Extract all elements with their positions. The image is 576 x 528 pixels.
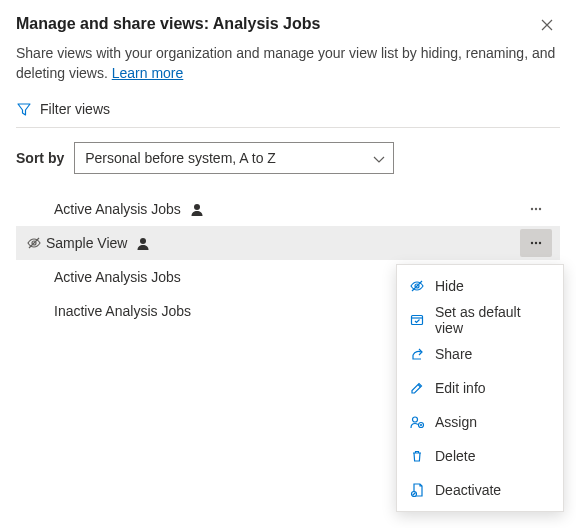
menu-item-share[interactable]: Share <box>397 337 563 371</box>
row-more-button[interactable] <box>520 195 552 223</box>
person-icon <box>135 236 149 250</box>
dialog-description: Share views with your organization and m… <box>16 44 560 83</box>
menu-item-label: Hide <box>435 278 464 294</box>
menu-item-delete[interactable]: Delete <box>397 439 563 473</box>
menu-item-label: Delete <box>435 448 475 464</box>
eye-off-icon <box>409 278 425 294</box>
menu-item-hide[interactable]: Hide <box>397 269 563 303</box>
menu-item-label: Assign <box>435 414 477 430</box>
dialog-title: Manage and share views: Analysis Jobs <box>16 15 320 33</box>
more-icon <box>528 235 544 251</box>
filter-views-button[interactable]: Filter views <box>16 101 560 128</box>
menu-item-label: Share <box>435 346 472 362</box>
menu-item-edit-info[interactable]: Edit info <box>397 371 563 405</box>
menu-item-assign[interactable]: Assign <box>397 405 563 439</box>
menu-item-label: Deactivate <box>435 482 501 498</box>
delete-icon <box>409 448 425 464</box>
person-icon <box>189 202 203 216</box>
view-name: Sample View <box>46 235 127 251</box>
eye-off-icon <box>22 235 46 251</box>
view-row[interactable]: Sample View <box>16 226 560 260</box>
filter-label: Filter views <box>40 101 110 117</box>
menu-item-label: Set as default view <box>435 304 551 336</box>
sort-select[interactable]: Personal before system, A to Z <box>74 142 394 174</box>
menu-item-deactivate[interactable]: Deactivate <box>397 473 563 507</box>
view-name: Inactive Analysis Jobs <box>54 303 191 319</box>
edit-icon <box>409 380 425 396</box>
context-menu: Hide Set as default view Share Edit info… <box>396 264 564 512</box>
row-more-button[interactable] <box>520 229 552 257</box>
deactivate-icon <box>409 482 425 498</box>
chevron-down-icon <box>371 151 385 165</box>
filter-icon <box>16 101 32 117</box>
menu-item-label: Edit info <box>435 380 486 396</box>
sort-selected-value: Personal before system, A to Z <box>85 150 276 166</box>
learn-more-link[interactable]: Learn more <box>112 65 184 81</box>
view-name: Active Analysis Jobs <box>54 201 181 217</box>
more-icon <box>528 201 544 217</box>
menu-item-set-default[interactable]: Set as default view <box>397 303 563 337</box>
view-name: Active Analysis Jobs <box>54 269 181 285</box>
sort-by-label: Sort by <box>16 150 64 166</box>
close-icon <box>539 17 553 31</box>
view-row[interactable]: Active Analysis Jobs <box>16 192 560 226</box>
assign-icon <box>409 414 425 430</box>
default-icon <box>409 312 425 328</box>
share-icon <box>409 346 425 362</box>
close-button[interactable] <box>532 10 560 38</box>
description-text: Share views with your organization and m… <box>16 45 555 81</box>
